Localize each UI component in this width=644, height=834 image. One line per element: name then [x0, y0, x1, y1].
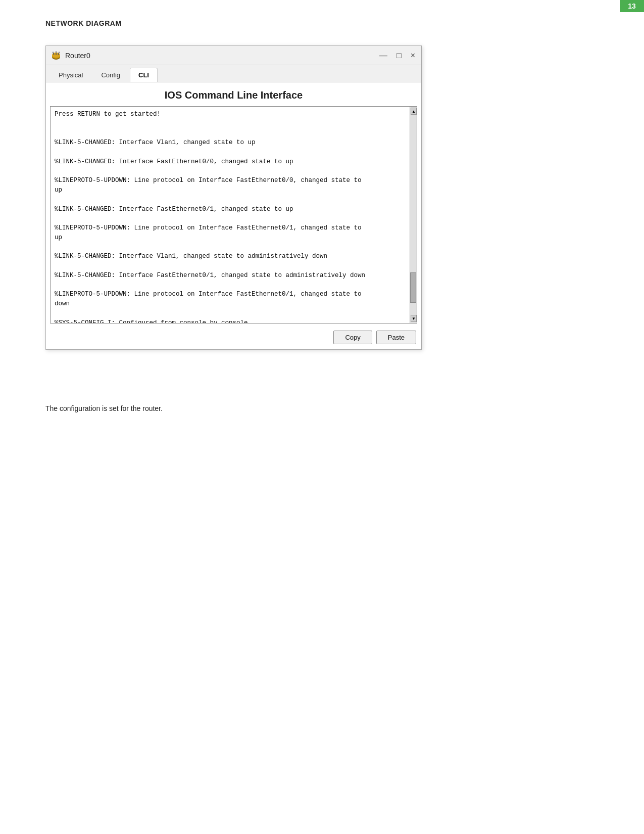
tab-bar: Physical Config CLI: [46, 65, 421, 82]
title-bar-left: Router0: [51, 51, 90, 61]
scrollbar-arrow-up[interactable]: ▲: [411, 108, 417, 115]
tab-cli[interactable]: CLI: [130, 68, 158, 82]
title-bar-controls[interactable]: — □ ×: [378, 52, 416, 60]
terminal-scrollbar[interactable]: ▲ ▼: [410, 107, 417, 323]
maximize-button[interactable]: □: [395, 52, 403, 60]
title-bar: Router0 — □ ×: [46, 46, 421, 65]
svg-point-8: [59, 52, 60, 53]
tab-config[interactable]: Config: [92, 68, 129, 82]
scrollbar-thumb[interactable]: [410, 272, 416, 303]
router-window: Router0 — □ × Physical Config CLI IOS Co…: [45, 45, 422, 350]
terminal-output[interactable]: Press RETURN to get started! %LINK-5-CHA…: [51, 107, 417, 323]
page-number: 13: [620, 0, 644, 12]
router-icon: [51, 51, 61, 61]
section-heading: NETWORK DIAGRAM: [45, 19, 122, 27]
svg-point-6: [53, 52, 54, 53]
tab-physical[interactable]: Physical: [50, 68, 91, 82]
paste-button[interactable]: Paste: [376, 331, 416, 344]
cli-title: IOS Command Line Interface: [46, 82, 421, 106]
description-text: The configuration is set for the router.: [45, 404, 163, 412]
cli-area: IOS Command Line Interface Press RETURN …: [46, 82, 421, 349]
svg-point-7: [56, 51, 57, 52]
window-title: Router0: [65, 52, 90, 60]
terminal-wrapper[interactable]: Press RETURN to get started! %LINK-5-CHA…: [50, 106, 417, 323]
cli-buttons: Copy Paste: [46, 328, 421, 349]
close-button[interactable]: ×: [410, 52, 416, 60]
copy-button[interactable]: Copy: [333, 331, 372, 344]
scrollbar-arrow-down[interactable]: ▼: [411, 315, 417, 322]
minimize-button[interactable]: —: [378, 52, 388, 60]
